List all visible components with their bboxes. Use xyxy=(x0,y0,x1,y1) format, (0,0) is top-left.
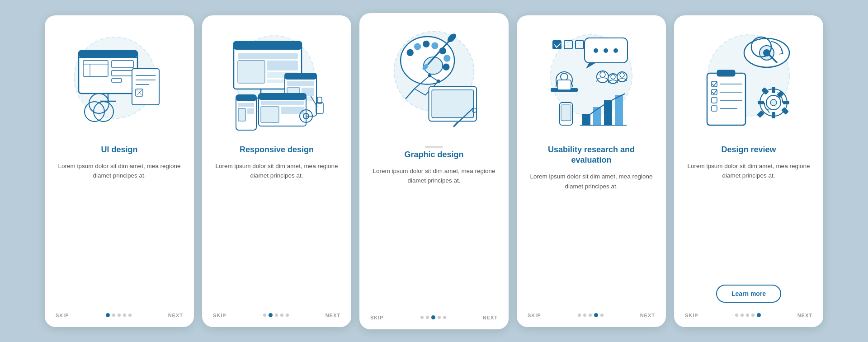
svg-rect-121 xyxy=(783,101,789,104)
svg-rect-39 xyxy=(236,95,256,101)
pagination-dots-3 xyxy=(420,315,446,319)
dot-3 xyxy=(123,314,126,317)
dot-1 xyxy=(112,314,115,317)
card-ui-design-title: UI design xyxy=(101,145,137,155)
card-responsive-title: Responsive design xyxy=(240,145,314,155)
cards-container: UI design Lorem ipsum dolor sit dim amet… xyxy=(27,0,841,342)
svg-point-67 xyxy=(437,80,440,83)
svg-rect-2 xyxy=(79,51,137,57)
skip-button[interactable]: SKIP xyxy=(56,313,69,318)
svg-point-62 xyxy=(443,63,449,70)
dot-4 xyxy=(128,314,132,317)
dot-3 xyxy=(751,314,755,317)
svg-rect-106 xyxy=(717,70,735,76)
usability-illustration xyxy=(537,28,646,136)
svg-point-90 xyxy=(617,72,627,82)
card-graphic-title: Graphic design xyxy=(404,150,463,160)
svg-rect-51 xyxy=(316,103,323,113)
svg-point-81 xyxy=(613,48,618,53)
svg-point-59 xyxy=(431,42,438,49)
card-review-body: Lorem ipsum dolor sit dim amet, mea regi… xyxy=(685,161,812,279)
dot-3 xyxy=(280,314,283,317)
pagination-dots-5 xyxy=(735,313,761,317)
dot-2 xyxy=(746,314,749,317)
dot-0 xyxy=(578,314,581,317)
next-button[interactable]: NEXT xyxy=(168,313,183,318)
responsive-design-illustration xyxy=(222,28,331,136)
card-usability-body: Lorem ipsum dolor sit dim amet, mea regi… xyxy=(528,172,655,306)
next-button-4[interactable]: NEXT xyxy=(640,313,655,318)
design-review-illustration xyxy=(694,28,803,136)
svg-rect-85 xyxy=(557,80,571,90)
dot-1 xyxy=(269,313,273,317)
dot-2 xyxy=(589,314,592,317)
svg-rect-118 xyxy=(772,87,775,93)
svg-point-66 xyxy=(428,74,432,77)
svg-rect-93 xyxy=(561,105,571,121)
svg-point-86 xyxy=(597,71,609,83)
svg-line-73 xyxy=(454,123,457,126)
svg-rect-41 xyxy=(238,108,245,121)
svg-rect-28 xyxy=(238,61,265,83)
svg-point-57 xyxy=(414,43,421,50)
svg-point-88 xyxy=(608,74,618,84)
pagination-dots xyxy=(106,313,132,317)
card-graphic-design: Graphic design Lorem ipsum dolor sit dim… xyxy=(359,13,509,329)
svg-rect-45 xyxy=(261,101,304,105)
dot-4 xyxy=(286,314,289,317)
pagination-dots-2 xyxy=(263,313,289,317)
next-button-5[interactable]: NEXT xyxy=(797,313,812,318)
svg-rect-46 xyxy=(261,107,279,122)
svg-rect-119 xyxy=(772,112,775,118)
dot-2 xyxy=(275,314,278,317)
svg-rect-120 xyxy=(758,101,764,104)
card-review-title: Design review xyxy=(721,145,776,155)
skip-button-2[interactable]: SKIP xyxy=(213,313,226,318)
dot-2 xyxy=(118,314,121,317)
skip-button-4[interactable]: SKIP xyxy=(528,313,541,318)
svg-rect-34 xyxy=(287,81,314,86)
card-ui-design: UI design Lorem ipsum dolor sit dim amet… xyxy=(45,15,194,327)
dot-4 xyxy=(757,313,761,317)
pagination-dots-4 xyxy=(578,313,604,317)
dot-4 xyxy=(443,316,446,319)
card-responsive-body: Lorem ipsum dolor sit dim amet, mea regi… xyxy=(213,161,340,306)
svg-rect-31 xyxy=(267,80,285,83)
dot-0 xyxy=(263,314,266,317)
card-responsive-design: Responsive design Lorem ipsum dolor sit … xyxy=(202,15,351,327)
dot-1 xyxy=(426,316,429,319)
card-graphic-nav: SKIP NEXT xyxy=(370,309,498,320)
svg-rect-27 xyxy=(238,53,298,59)
dot-3 xyxy=(594,313,598,317)
svg-rect-33 xyxy=(285,73,316,80)
card-responsive-nav: SKIP NEXT xyxy=(213,306,340,318)
svg-point-58 xyxy=(423,40,429,47)
svg-point-117 xyxy=(770,99,777,106)
scroll-indicator xyxy=(425,146,443,148)
dot-3 xyxy=(438,316,441,319)
svg-rect-29 xyxy=(267,61,298,70)
svg-rect-44 xyxy=(259,94,306,100)
card-usability-nav: SKIP NEXT xyxy=(528,306,655,318)
ui-design-illustration xyxy=(65,28,174,136)
svg-rect-97 xyxy=(615,95,623,125)
next-button-2[interactable]: NEXT xyxy=(326,313,340,318)
card-usability: Usability research and evaluation Lorem … xyxy=(517,15,666,327)
graphic-design-illustration xyxy=(380,26,488,134)
card-ui-design-nav: SKIP NEXT xyxy=(56,306,183,318)
dot-4 xyxy=(600,314,604,317)
svg-point-56 xyxy=(407,49,414,56)
skip-button-3[interactable]: SKIP xyxy=(370,315,384,320)
card-design-review: Design review Lorem ipsum dolor sit dim … xyxy=(674,15,823,327)
skip-button-5[interactable]: SKIP xyxy=(685,313,698,318)
svg-rect-24 xyxy=(234,42,302,50)
svg-point-79 xyxy=(594,48,598,53)
card-ui-design-body: Lorem ipsum dolor sit dim amet, mea regi… xyxy=(56,161,183,306)
card-graphic-body: Lorem ipsum dolor sit dim amet, mea regi… xyxy=(370,166,498,309)
card-review-nav: SKIP NEXT xyxy=(685,306,812,318)
card-usability-title: Usability research and evaluation xyxy=(528,145,655,166)
learn-more-button[interactable]: Learn more xyxy=(716,285,781,303)
dot-0 xyxy=(106,313,110,317)
dot-1 xyxy=(583,314,586,317)
next-button-3[interactable]: NEXT xyxy=(483,315,498,320)
